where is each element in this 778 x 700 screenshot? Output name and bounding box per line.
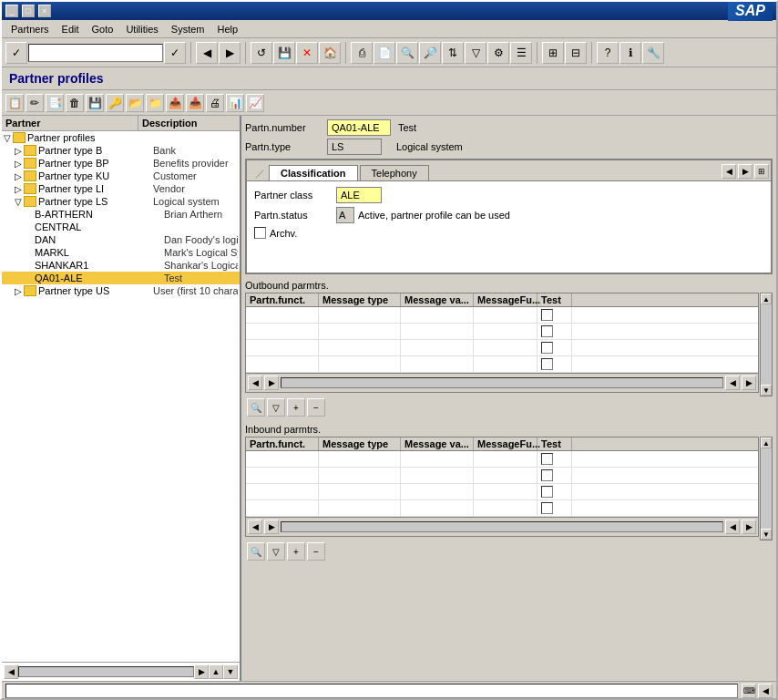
partner-class-input[interactable] — [336, 187, 382, 203]
out-add-btn[interactable]: + — [287, 398, 305, 417]
menu-partners[interactable]: Partners — [5, 23, 55, 36]
ok-btn[interactable]: ✓ — [164, 42, 186, 64]
tb2-btn7[interactable]: 📂 — [126, 94, 144, 112]
status-btn-2[interactable]: ◀ — [758, 684, 773, 698]
expand-root[interactable]: ▽ — [4, 133, 13, 143]
in-filter-btn[interactable]: ▽ — [267, 542, 285, 561]
tree-item-root[interactable]: ▽ Partner profiles — [2, 131, 240, 144]
menu-edit[interactable]: Edit — [56, 23, 85, 36]
out-filter-btn[interactable]: ▽ — [267, 398, 285, 417]
partn-type-input[interactable] — [327, 139, 382, 155]
in-add-btn[interactable]: + — [287, 542, 305, 561]
menu-goto[interactable]: Goto — [87, 23, 119, 36]
partn-number-input[interactable] — [327, 119, 391, 136]
archv-checkbox[interactable] — [254, 227, 266, 239]
tab-nav-right[interactable]: ▶ — [738, 164, 752, 179]
expand-btn[interactable]: ⊞ — [542, 42, 564, 64]
command-field[interactable] — [28, 44, 163, 62]
expand-b[interactable]: ▷ — [15, 146, 24, 156]
in-cb-2[interactable] — [541, 469, 553, 481]
tb2-btn13[interactable]: 📈 — [246, 94, 264, 112]
save-btn[interactable]: 💾 — [86, 94, 104, 112]
tab-classification[interactable]: Classification — [269, 165, 358, 180]
status-btn-1[interactable]: ⌨ — [742, 684, 756, 698]
tb2-btn12[interactable]: 📊 — [226, 94, 244, 112]
expand-ls[interactable]: ▽ — [15, 197, 24, 207]
out-hscroll-right2[interactable]: ▶ — [742, 376, 756, 390]
menu-utilities[interactable]: Utilities — [120, 23, 163, 36]
tb2-btn8[interactable]: 📁 — [146, 94, 164, 112]
stop-btn[interactable]: ✕ — [296, 42, 318, 64]
in-delete-btn[interactable]: − — [307, 542, 325, 561]
tab-expand-btn[interactable]: ⊞ — [754, 164, 769, 179]
refresh-btn[interactable]: ↺ — [251, 42, 272, 64]
menu-system[interactable]: System — [166, 23, 210, 36]
new-entry-btn[interactable]: 📋 — [5, 94, 24, 112]
find2-btn[interactable]: 🔎 — [419, 42, 441, 64]
sort-btn[interactable]: ⇅ — [442, 42, 464, 64]
in-vscroll-up[interactable]: ▲ — [761, 438, 772, 448]
tb2-btn6[interactable]: 🔑 — [106, 94, 124, 112]
tab-nav-left[interactable]: ◀ — [722, 164, 736, 179]
tree-item-bp[interactable]: ▷ Partner type BP Benefits provider — [2, 157, 240, 170]
find-btn[interactable]: 🔍 — [396, 42, 418, 64]
in-cb-1[interactable] — [541, 453, 553, 465]
expand-us[interactable]: ▷ — [15, 286, 24, 296]
check-btn[interactable]: ✓ — [5, 42, 27, 64]
in-search-btn[interactable]: 🔍 — [247, 542, 265, 561]
tree-item-us[interactable]: ▷ Partner type US User (first 10 chara — [2, 284, 240, 297]
print-btn[interactable]: ⎙ — [351, 42, 373, 64]
edit-btn[interactable]: ✏ — [26, 94, 44, 112]
in-hscroll-left2[interactable]: ◀ — [725, 520, 740, 534]
out-vscroll-up[interactable]: ▲ — [761, 293, 772, 304]
out-cb-4[interactable] — [541, 358, 553, 370]
out-cb-3[interactable] — [541, 342, 553, 354]
save2-btn[interactable]: 💾 — [273, 42, 295, 64]
tree-scroll-right[interactable]: ▶ — [194, 664, 209, 679]
tree-item-ls[interactable]: ▽ Partner type LS Logical system — [2, 195, 240, 208]
minimize-btn[interactable]: _ — [5, 5, 18, 17]
out-vscroll-down[interactable]: ▼ — [761, 385, 772, 396]
tree-scroll-up[interactable]: ▲ — [209, 664, 223, 679]
tree-h-scroll[interactable] — [18, 666, 194, 677]
expand-li[interactable]: ▷ — [15, 184, 24, 194]
settings-btn[interactable]: ⚙ — [487, 42, 509, 64]
expand-ku[interactable]: ▷ — [15, 171, 24, 181]
tree-scroll-down[interactable]: ▼ — [223, 664, 238, 679]
status-input[interactable] — [5, 684, 738, 698]
tb2-btn11[interactable]: 🖨 — [206, 94, 224, 112]
customize-btn[interactable]: 🔧 — [642, 42, 664, 64]
filter-btn[interactable]: ▽ — [465, 42, 486, 64]
tree-item-qa01ale[interactable]: QA01-ALE Test — [2, 272, 240, 284]
tb2-btn10[interactable]: 📥 — [186, 94, 204, 112]
partn-status-input[interactable] — [336, 207, 354, 223]
tree-scroll-left[interactable]: ◀ — [4, 664, 18, 679]
tree-item-shankar1[interactable]: SHANKAR1 Shankar's Logical S — [2, 259, 240, 272]
tree-item-central[interactable]: CENTRAL — [2, 221, 240, 233]
tree-item-dan[interactable]: DAN Dan Foody's logica — [2, 233, 240, 246]
tree-item-markl[interactable]: MARKL Mark's Logical Syst — [2, 246, 240, 259]
out-hscroll-bar[interactable] — [281, 377, 723, 388]
tree-item-li[interactable]: ▷ Partner type LI Vendor — [2, 182, 240, 195]
out-hscroll-left[interactable]: ◀ — [248, 376, 262, 390]
out-hscroll-right[interactable]: ▶ — [264, 376, 279, 390]
info-btn[interactable]: ℹ — [619, 42, 641, 64]
delete-btn[interactable]: 🗑 — [66, 94, 84, 112]
back-btn[interactable]: ◀ — [196, 42, 218, 64]
in-cb-4[interactable] — [541, 502, 553, 514]
in-vscroll-down[interactable]: ▼ — [761, 529, 772, 540]
out-hscroll-left2[interactable]: ◀ — [725, 376, 740, 390]
out-cb-1[interactable] — [541, 309, 553, 321]
in-hscroll-right[interactable]: ▶ — [264, 520, 279, 534]
tb2-btn9[interactable]: 📤 — [166, 94, 184, 112]
help-btn[interactable]: ? — [597, 42, 619, 64]
tree-item-barthern[interactable]: B-ARTHERN Brian Arthern — [2, 208, 240, 221]
copy-btn[interactable]: 📑 — [46, 94, 64, 112]
in-hscroll-bar[interactable] — [281, 521, 723, 532]
layout-btn[interactable]: ☰ — [510, 42, 532, 64]
close-btn[interactable]: × — [38, 5, 51, 17]
in-hscroll-left[interactable]: ◀ — [248, 520, 262, 534]
local-btn[interactable]: 🏠 — [319, 42, 341, 64]
tree-item-b[interactable]: ▷ Partner type B Bank — [2, 144, 240, 157]
tree-item-ku[interactable]: ▷ Partner type KU Customer — [2, 170, 240, 182]
